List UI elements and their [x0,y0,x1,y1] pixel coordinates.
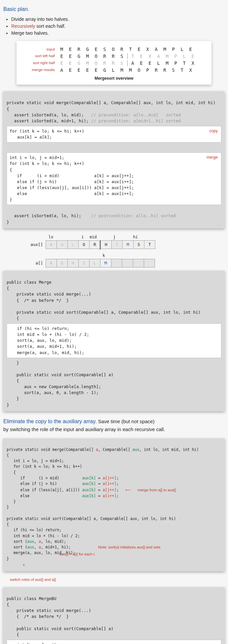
diagram-a-cell: G [57,259,68,267]
diagram-aux-cell: L [67,240,79,249]
merge-label: merge [207,155,218,160]
overview-cell: O [109,46,118,53]
overview-cell: E [146,60,154,66]
overview-cell: M [57,46,66,53]
overview-cell: S [169,67,178,73]
overview-cell: R [152,67,161,73]
diagram-column-label: i [77,234,88,240]
diagram-aux-cell: T [144,240,155,249]
overview-row-label: sort left half [22,54,57,59]
switch-roles-annotation: switch roles of aux[] and a[] [10,577,225,583]
overview-cell: A [152,46,161,53]
overview-cell: M [118,67,126,73]
a-label: a[] [3,261,46,266]
merge-box: mergeint i = lo, j = mid+1; for (int k =… [7,152,221,205]
overview-cell: A [57,67,66,73]
overview-cell: T [180,60,189,66]
overview-cell: S [118,60,126,66]
overview-caption: Mergesort overview [22,76,206,81]
diagram-a-cell [111,259,122,267]
overview-cell: P [169,46,178,53]
overview-cell: R [109,53,118,60]
overview-cell: E [189,53,197,60]
diagram-column-label: j [109,234,120,240]
diagram-aux-cell: R [89,240,100,249]
sort-body-box: if (hi <= lo) return; int mid = lo + (hi… [7,323,221,358]
overview-cell: M [163,53,171,60]
overview-cell: E [92,67,100,73]
overview-cell: A [154,53,163,60]
diagram-column-label: mid [88,234,98,240]
plan-item: Merge two halves. [11,30,225,36]
note-annotation-2: aux[i] = a[i] for each i. [59,552,95,556]
diagram-a-cell: H [67,259,79,267]
overview-row-label: merge results [22,67,57,73]
copy-label: copy [209,128,218,134]
overview-cell: G [75,53,83,60]
overview-cell: T [126,46,135,53]
overview-cell: E [75,67,83,73]
overview-cell: X [189,60,197,66]
overview-cell: X [146,53,154,60]
aux-label: aux[] [3,242,46,248]
mergesort-overview-card: inputMERGESORTEXAMPLEsort left halfEEGMO… [17,41,211,85]
arrow-up-icon: ↑ [22,562,25,567]
note-annotation-1: Note: sort(a) initializes aux[] and sets [98,545,161,549]
overview-cell: R [109,60,118,66]
overview-cell: E [66,67,75,73]
diagram-aux-cell: A [46,240,57,249]
diagram-a-cell: I [78,259,90,267]
copy-box: copyfor (int k = lo; k <= hi; k++) aux[k… [7,126,221,142]
diagram-aux-cell: S [133,240,144,249]
diagram-column-label [67,234,77,240]
overview-cell: R [75,46,83,53]
overview-cell: O [92,53,100,60]
overview-cell: L [154,60,163,66]
diagram-a-cell [122,259,133,267]
overview-cell: P [171,60,180,66]
code-switched-roles: private static void merge(Comparable[] a… [3,438,225,571]
overview-cell: G [75,60,83,66]
diagram-column-label [56,234,67,240]
overview-cell: P [143,67,152,73]
overview-cell: R [161,67,169,73]
plan-item: Divide array into two halves. [11,16,225,22]
aux-a-diagram: loimidjhi aux[] AGLORHIMST k a[] AGHILM [3,234,225,267]
overview-cell: X [143,46,152,53]
overview-cell: M [161,46,169,53]
diagram-column-label [120,234,130,240]
overview-cell: E [66,53,75,60]
overview-cell: O [92,60,100,66]
code-merge: private static void merge(Comparable[] a… [3,91,225,228]
overview-cell: O [135,67,143,73]
code-merge-bu: public class MergeBU { private static vo… [3,587,225,644]
overview-cell: R [100,53,109,60]
overview-cell: X [186,67,195,73]
diagram-a-cell [144,259,155,267]
overview-cell: L [178,46,186,53]
overview-row-label: input [22,47,57,52]
diagram-k-label: k [98,253,109,258]
overview-cell: E [135,46,143,53]
diagram-column-label: lo [46,234,56,240]
diagram-aux-cell: O [78,240,90,249]
overview-cell: S [100,46,109,53]
eliminate-copy-paragraph: Eliminate the copy to the auxiliary arra… [3,417,225,434]
merge-direction-annotation: merge from a[] to aux[] [138,488,176,492]
diagram-a-cell: M [100,259,111,267]
overview-cell: M [83,60,92,66]
overview-cell: M [163,60,171,66]
overview-cell: E [186,46,195,53]
diagram-a-cell: L [89,259,100,267]
diagram-aux-cell: I [111,240,123,249]
overview-cell: E [92,46,100,53]
diagram-aux-cell: M [122,240,133,249]
overview-cell: M [126,67,135,73]
bu-sort-body-box: int N = a.length; Comparable[] aux = new… [7,640,221,644]
overview-cell: E [66,46,75,53]
overview-cell: G [83,46,92,53]
overview-cell: G [100,67,109,73]
overview-cell: E [57,60,66,66]
overview-row-label: sort right half [22,60,57,66]
diagram-a-cell: A [46,259,57,267]
